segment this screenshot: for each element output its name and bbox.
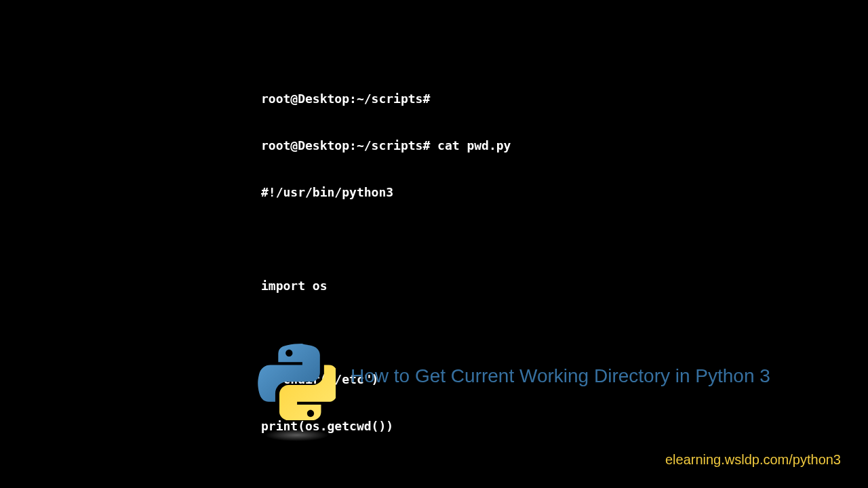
footer-url: elearning.wsldp.com/python3 xyxy=(665,452,841,468)
logo-shadow xyxy=(264,429,329,441)
terminal-line xyxy=(261,231,511,247)
terminal-line xyxy=(261,325,511,340)
terminal-line: #!/usr/bin/python3 xyxy=(261,184,511,200)
terminal-line xyxy=(261,465,511,481)
logo-title-area: How to Get Current Working Directory in … xyxy=(258,342,770,437)
terminal-line: root@Desktop:~/scripts# xyxy=(261,91,511,106)
terminal-line: import os xyxy=(261,278,511,293)
terminal-line: root@Desktop:~/scripts# cat pwd.py xyxy=(261,138,511,153)
page-title: How to Get Current Working Directory in … xyxy=(351,365,770,387)
python-logo-icon xyxy=(258,342,336,437)
